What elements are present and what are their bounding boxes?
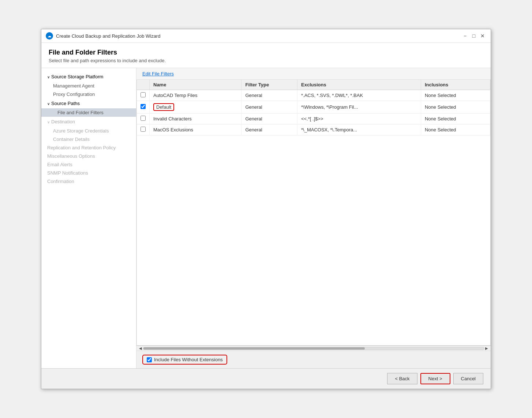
- minimize-button[interactable]: −: [461, 32, 469, 40]
- row-inclusions: None Selected: [421, 90, 490, 101]
- scrollbar-track[interactable]: [143, 347, 484, 350]
- sidebar-item-miscellaneous-options: Miscellaneous Options: [41, 152, 136, 160]
- row-checkbox[interactable]: [141, 104, 146, 109]
- sidebar-item-confirmation: Confirmation: [41, 177, 136, 186]
- title-bar-left: ☁ Create Cloud Backup and Replication Jo…: [46, 32, 160, 40]
- col-name: Name: [150, 80, 241, 90]
- title-bar: ☁ Create Cloud Backup and Replication Jo…: [41, 29, 491, 43]
- row-name: Invalid Characters: [150, 113, 241, 124]
- sidebar-item-snmp-notifications: SNMP Notifications: [41, 169, 136, 177]
- row-name: Default: [150, 101, 241, 113]
- main-panel: Edit File Filters Name Filter Type Exclu…: [136, 68, 491, 368]
- page-subtitle: Select file and path expressions to incl…: [49, 58, 483, 63]
- row-filter-type: General: [241, 101, 297, 113]
- sidebar-item-replication-retention: Replication and Retention Policy: [41, 143, 136, 152]
- app-icon: ☁: [46, 32, 53, 40]
- col-exclusions: Exclusions: [297, 80, 421, 90]
- sidebar-item-azure-storage-credentials: Azure Storage Credentials: [41, 127, 136, 135]
- content-area: ∨Source Storage PlatformManagement Agent…: [41, 68, 491, 368]
- table-row: DefaultGeneral*\Windows, *\Program Fil..…: [137, 101, 490, 113]
- row-checkbox-cell[interactable]: [137, 124, 150, 135]
- sidebar-item-destination: ∨Destination: [41, 117, 136, 127]
- row-filter-type: General: [241, 113, 297, 124]
- scroll-left-arrow[interactable]: ◀: [138, 346, 143, 350]
- wizard-window: ☁ Create Cloud Backup and Replication Jo…: [41, 29, 491, 389]
- col-checkbox: [137, 80, 150, 90]
- next-button[interactable]: Next >: [420, 373, 450, 384]
- sidebar-item-file-folder-filters[interactable]: File and Folder Filters: [41, 108, 136, 117]
- sidebar: ∨Source Storage PlatformManagement Agent…: [41, 68, 136, 368]
- bottom-section: Include Files Without Extensions: [136, 351, 491, 368]
- back-button[interactable]: < Back: [387, 373, 417, 384]
- row-exclusions: *\_MACOSX, *\.Tempora...: [297, 124, 421, 135]
- footer: < Back Next > Cancel: [41, 368, 491, 389]
- include-files-row: Include Files Without Extensions: [142, 355, 485, 365]
- table-row: MacOS ExclusionsGeneral*\_MACOSX, *\.Tem…: [137, 124, 490, 135]
- sidebar-item-proxy-configuration[interactable]: Proxy Configuration: [41, 90, 136, 98]
- scroll-right-arrow[interactable]: ▶: [484, 346, 489, 350]
- table-row: AutoCAD Temp FilesGeneral*.ACS, *.SVS, *…: [137, 90, 490, 101]
- row-filter-type: General: [241, 90, 297, 101]
- row-filter-type: General: [241, 124, 297, 135]
- row-checkbox-cell[interactable]: [137, 101, 150, 113]
- file-filters-table: Name Filter Type Exclusions Inclusions A…: [137, 80, 490, 135]
- close-button[interactable]: ✕: [479, 32, 486, 40]
- page-header: File and Folder Filters Select file and …: [41, 43, 491, 68]
- row-exclusions: *.ACS, *.SVS, *.DWL*, *.BAK: [297, 90, 421, 101]
- maximize-button[interactable]: □: [470, 32, 477, 40]
- sidebar-item-management-agent[interactable]: Management Agent: [41, 82, 136, 90]
- row-checkbox-cell[interactable]: [137, 113, 150, 124]
- table-header-row: Name Filter Type Exclusions Inclusions: [137, 80, 490, 90]
- window-title: Create Cloud Backup and Replication Job …: [56, 33, 160, 39]
- cancel-button[interactable]: Cancel: [453, 373, 483, 384]
- file-filters-table-container: Name Filter Type Exclusions Inclusions A…: [136, 80, 491, 346]
- page-title: File and Folder Filters: [49, 49, 483, 56]
- row-inclusions: None Selected: [421, 101, 490, 113]
- row-name: MacOS Exclusions: [150, 124, 241, 135]
- row-checkbox[interactable]: [141, 92, 146, 97]
- row-inclusions: None Selected: [421, 113, 490, 124]
- include-files-wrapper: Include Files Without Extensions: [142, 355, 227, 365]
- row-checkbox[interactable]: [141, 116, 146, 121]
- row-name: AutoCAD Temp Files: [150, 90, 241, 101]
- row-checkbox-cell[interactable]: [137, 90, 150, 101]
- window-controls: − □ ✕: [461, 32, 486, 40]
- sidebar-item-email-alerts: Email Alerts: [41, 160, 136, 169]
- chevron-icon: ∨: [47, 120, 50, 124]
- sidebar-item-container-details: Container Details: [41, 135, 136, 143]
- sidebar-item-source-paths[interactable]: ∨Source Paths: [41, 98, 136, 108]
- horizontal-scrollbar[interactable]: ◀ ▶: [136, 346, 491, 351]
- row-exclusions: <<.*[ .]$>>: [297, 113, 421, 124]
- panel-toolbar: Edit File Filters: [136, 68, 491, 80]
- default-label-highlight: Default: [153, 103, 174, 111]
- chevron-icon: ∨: [47, 75, 50, 79]
- row-checkbox[interactable]: [141, 127, 146, 132]
- include-files-label[interactable]: Include Files Without Extensions: [154, 357, 223, 362]
- row-exclusions: *\Windows, *\Program Fil...: [297, 101, 421, 113]
- scrollbar-thumb[interactable]: [143, 347, 365, 350]
- row-inclusions: None Selected: [421, 124, 490, 135]
- col-filter-type: Filter Type: [241, 80, 297, 90]
- include-files-checkbox[interactable]: [147, 357, 152, 362]
- table-row: Invalid CharactersGeneral<<.*[ .]$>>None…: [137, 113, 490, 124]
- chevron-icon: ∨: [47, 102, 50, 106]
- edit-file-filters-link[interactable]: Edit File Filters: [142, 71, 174, 76]
- col-inclusions: Inclusions: [421, 80, 490, 90]
- sidebar-item-source-storage-platform[interactable]: ∨Source Storage Platform: [41, 72, 136, 82]
